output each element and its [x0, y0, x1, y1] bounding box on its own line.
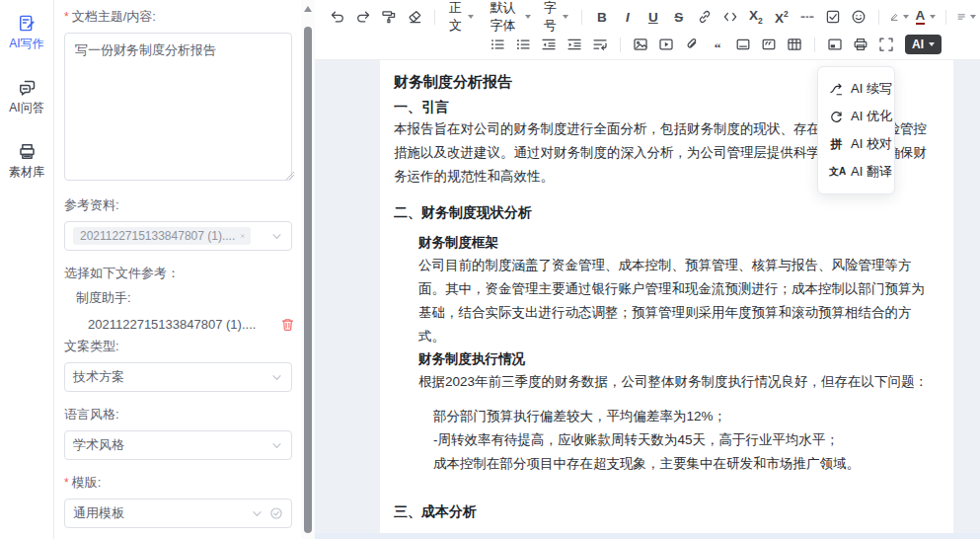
horizontal-rule-icon	[799, 9, 815, 25]
horizontal-rule-button[interactable]	[795, 5, 819, 29]
close-icon[interactable]	[240, 231, 246, 241]
indent-icon	[566, 37, 582, 52]
panel-scrollbar[interactable]	[301, 0, 315, 539]
italic-button[interactable]: I	[616, 5, 640, 29]
chevron-down-icon	[251, 507, 264, 520]
align-button[interactable]	[954, 5, 979, 29]
font-family-select[interactable]: 默认字体	[481, 5, 535, 29]
chevron-down-icon	[903, 15, 909, 19]
ordered-list-icon	[515, 37, 531, 52]
divider	[945, 10, 946, 25]
undo-icon	[330, 9, 345, 25]
sidebar-item-ai-writing[interactable]: AI写作	[9, 14, 43, 52]
strikethrough-button[interactable]: S	[667, 5, 691, 29]
clear-format-button[interactable]	[403, 5, 426, 29]
chevron-down-icon	[930, 15, 936, 19]
menu-item-ai-optimize[interactable]: AI 优化	[818, 103, 894, 130]
format-painter-button[interactable]	[377, 5, 401, 29]
ordered-list-button[interactable]	[511, 33, 535, 56]
format-painter-icon	[381, 9, 397, 25]
attachment-button[interactable]	[680, 33, 704, 56]
bold-button[interactable]: B	[590, 5, 614, 29]
sidebar-item-material-library[interactable]: 素材库	[9, 142, 44, 181]
insert-image-button[interactable]	[629, 33, 652, 56]
link-button[interactable]	[693, 5, 716, 29]
blockquote-button[interactable]: “	[706, 33, 729, 56]
template-select[interactable]: 通用模板	[64, 499, 292, 528]
print-button[interactable]	[849, 33, 872, 56]
scroll-up-arrow[interactable]	[304, 6, 312, 12]
insert-table-button[interactable]	[783, 33, 806, 56]
ai-optimize-icon	[829, 110, 844, 124]
font-color-button[interactable]: A	[914, 5, 938, 29]
menu-item-ai-continue[interactable]: AI 续写	[818, 75, 894, 103]
divider	[434, 10, 435, 25]
doc-subheading-framework: 财务制度框架	[418, 232, 938, 254]
required-asterisk: *	[64, 476, 69, 490]
panel-icon	[827, 37, 843, 52]
bullet-list-button[interactable]	[486, 33, 509, 56]
doc-paragraph: 公司目前的制度涵盖了资金管理、成本控制、预算管理、核算与报告、风险管理等方面。其…	[418, 254, 938, 348]
ai-proofread-icon: 拼	[829, 136, 844, 153]
chevron-down-icon	[970, 15, 976, 19]
editor-toolbar: 正文 默认字体 字号 B I U S X2 X2 A	[315, 0, 980, 60]
menu-item-ai-translate[interactable]: 文A AI 翻译	[818, 158, 894, 186]
text-wrap-button[interactable]	[588, 33, 612, 56]
editor: 正文 默认字体 字号 B I U S X2 X2 A	[315, 0, 980, 539]
outdent-button[interactable]	[537, 33, 561, 56]
divider	[878, 10, 879, 25]
doc-list-item: 部分部门预算执行偏差较大，平均偏差率为12%；	[433, 405, 938, 428]
divider-block-button[interactable]	[731, 33, 755, 56]
emoji-button[interactable]	[847, 5, 870, 29]
emoji-icon	[851, 9, 867, 25]
sidebar-item-ai-chat[interactable]: AI问答	[9, 78, 43, 116]
file-name: 2021122715133847807 (1)....	[88, 317, 256, 332]
snippet-block-button[interactable]	[757, 33, 781, 56]
resize-handle[interactable]	[285, 171, 294, 180]
style-select[interactable]: 学术风格	[64, 430, 292, 460]
sidebar-item-label: AI写作	[9, 36, 43, 52]
ai-menu-button[interactable]: AI	[905, 35, 942, 54]
doc-list-item: -周转效率有待提高，应收账款周转天数为45天，高于行业平均水平；	[433, 428, 938, 452]
scrollbar-thumb[interactable]	[304, 27, 312, 533]
underline-icon: U	[648, 10, 658, 25]
eraser-icon	[407, 9, 422, 25]
doc-heading-status: 二、财务制度现状分析	[394, 201, 938, 223]
doc-type-select[interactable]: 技术方案	[64, 362, 292, 392]
attachment-icon	[684, 37, 700, 52]
doc-heading-cost: 三、成本分析	[394, 500, 938, 522]
redo-button[interactable]	[351, 5, 375, 29]
superscript-button[interactable]: X2	[770, 5, 793, 29]
sidebar-item-label: AI问答	[9, 100, 43, 116]
divider-block-icon	[735, 37, 751, 52]
topic-input[interactable]: 写一份财务制度分析报告	[64, 33, 292, 181]
blockquote-icon: “	[715, 36, 721, 53]
insert-video-button[interactable]	[654, 33, 678, 56]
ai-continue-icon	[829, 82, 844, 97]
indent-button[interactable]	[563, 33, 586, 56]
ai-translate-icon: 文A	[829, 165, 844, 179]
style-label: 语言风格:	[64, 406, 297, 424]
divider	[814, 38, 815, 52]
menu-item-ai-proofread[interactable]: 拼 AI 校对	[818, 130, 894, 158]
trash-icon[interactable]	[280, 317, 295, 332]
app-window: AI写作 AI问答 素材库 *文档主题/内容: 写一份财务制度分析报告 参考资料…	[0, 0, 980, 539]
page-bottom-gutter	[315, 533, 980, 539]
chevron-down-icon	[270, 230, 283, 243]
task-list-button[interactable]	[821, 5, 845, 29]
material-library-icon	[18, 142, 37, 161]
reference-file-row: 2021122715133847807 (1)....	[88, 317, 295, 332]
sidebar: AI写作 AI问答 素材库	[0, 0, 54, 539]
subscript-button[interactable]: X2	[744, 5, 768, 29]
highlight-color-button[interactable]	[887, 5, 912, 29]
inline-code-button[interactable]	[718, 5, 742, 29]
doc-paragraph: 根据2023年前三季度的财务数据，公司整体财务制度执行情况良好，但存在以下问题：	[418, 370, 938, 394]
fullscreen-button[interactable]	[874, 33, 898, 56]
reference-label: 参考资料:	[64, 196, 297, 214]
panel-view-button[interactable]	[823, 33, 847, 56]
reference-select[interactable]: 2021122715133847807 (1)....	[64, 221, 292, 251]
underline-button[interactable]: U	[641, 5, 665, 29]
font-size-select[interactable]: 字号	[538, 5, 574, 29]
undo-button[interactable]	[326, 5, 349, 29]
paragraph-style-select[interactable]: 正文	[443, 5, 480, 29]
